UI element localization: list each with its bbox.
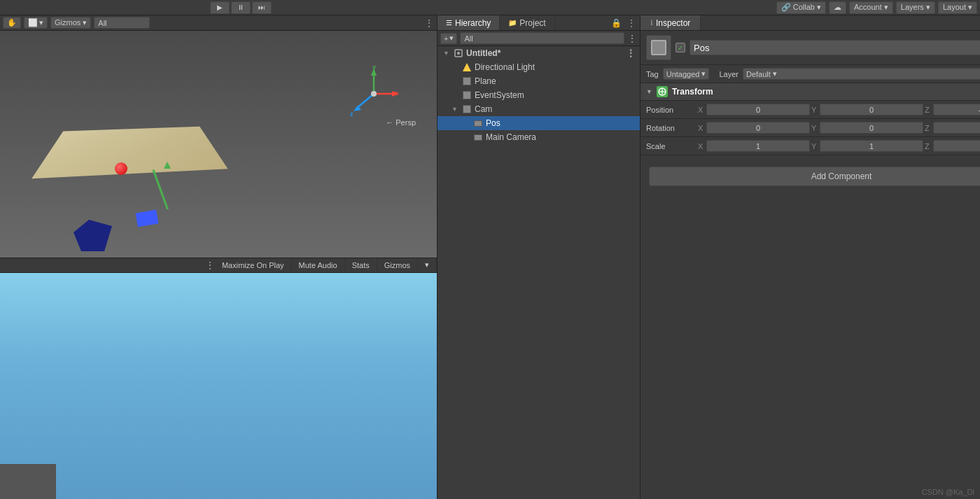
step-button[interactable]: ⏭ xyxy=(252,1,272,14)
tag-chevron-icon: ▾ xyxy=(701,69,706,78)
view-button[interactable]: ⬜ ▾ xyxy=(24,17,48,29)
transform-component-header[interactable]: ▼ Transform ? ⚙ ⋮ xyxy=(640,83,980,101)
hierarchy-item-untitled[interactable]: ▼ Untitled* ⋮ xyxy=(438,46,640,60)
tools-button[interactable]: ✋ xyxy=(3,17,21,29)
position-y-input[interactable] xyxy=(820,104,923,115)
project-tab-icon: 📁 xyxy=(508,19,517,27)
position-x-label: X xyxy=(698,106,705,114)
position-xyz: X Y Z xyxy=(698,104,980,115)
red-ball xyxy=(115,162,127,175)
inspector-info-icon: ℹ xyxy=(650,19,653,27)
mute-audio-button[interactable]: Mute Audio xyxy=(292,258,345,272)
expand-arrow-untitled: ▼ xyxy=(443,50,451,57)
rotation-y-input[interactable] xyxy=(820,122,923,134)
plane-icon xyxy=(461,76,472,87)
scale-x-input[interactable] xyxy=(706,140,810,152)
rotation-xyz: X Y Z xyxy=(698,122,980,134)
panel-tabs: ☰ Hierarchy 📁 Project 🔒 ⋮ xyxy=(438,15,640,31)
hierarchy-item-cam[interactable]: ▼ Cam xyxy=(438,102,640,116)
item-menu-untitled[interactable]: ⋮ xyxy=(626,48,640,59)
hierarchy-item-dirlight[interactable]: Directional Light xyxy=(438,60,640,74)
inspector-content: Static ▾ Tag Untagged ▾ Layer Default ▾ xyxy=(640,31,980,499)
persp-label: ← Persp xyxy=(386,118,416,127)
hierarchy-item-label-maincamera: Main Camera xyxy=(486,132,536,142)
object-preview-icon xyxy=(646,35,671,60)
layer-dropdown[interactable]: Default ▾ xyxy=(743,68,980,80)
hierarchy-item-label-plane: Plane xyxy=(475,76,496,86)
transform-expand-arrow: ▼ xyxy=(646,88,652,95)
hierarchy-item-eventsystem[interactable]: EventSystem xyxy=(438,88,640,102)
hierarchy-item-plane[interactable]: Plane xyxy=(438,74,640,88)
scene-search-input[interactable] xyxy=(94,17,150,29)
scale-y-input[interactable] xyxy=(820,140,923,152)
view-icon: ⬜ xyxy=(28,18,38,27)
tab-inspector[interactable]: ℹ Inspector xyxy=(640,15,701,30)
panel-menu-button[interactable]: ⋮ xyxy=(626,18,637,28)
game-extra-dropdown[interactable]: ▾ xyxy=(418,258,437,272)
game-viewport xyxy=(0,273,437,500)
stats-button[interactable]: Stats xyxy=(345,258,377,272)
rotation-z-input[interactable] xyxy=(933,122,980,134)
scale-y-label: Y xyxy=(811,142,818,150)
transform-rotation-row: Rotation X Y Z xyxy=(640,119,980,137)
scene-viewport[interactable]: y x z ← Persp xyxy=(0,31,437,258)
position-x-input[interactable] xyxy=(706,104,810,115)
scene-options-button[interactable]: ⋮ xyxy=(424,17,434,29)
scene-toolbar: ✋ ⬜ ▾ Gizmos ▾ ⋮ xyxy=(0,15,437,31)
cam-icon xyxy=(461,104,472,115)
enable-checkbox[interactable] xyxy=(676,43,685,52)
position-z-label: Z xyxy=(925,106,932,114)
hierarchy-content: ▼ Untitled* ⋮ Directional Light xyxy=(438,46,640,499)
pos-cam-icon xyxy=(472,118,484,129)
add-hierarchy-button[interactable]: + ▾ xyxy=(440,33,457,44)
lock-panel-button[interactable]: 🔒 xyxy=(610,18,623,28)
position-label: Position xyxy=(646,106,695,114)
tab-project[interactable]: 📁 Project xyxy=(500,15,554,30)
axis-gizmo[interactable]: y x z xyxy=(346,66,402,122)
play-button[interactable]: ▶ xyxy=(210,1,230,14)
add-component-button[interactable]: Add Component xyxy=(649,167,980,186)
add-dropdown-icon: ▾ xyxy=(449,34,454,43)
play-controls: ▶ ⏸ ⏭ xyxy=(0,1,272,14)
cloud-button[interactable]: ☁ xyxy=(829,1,846,14)
hierarchy-item-label-eventsystem: EventSystem xyxy=(475,90,524,100)
cloud-icon: ☁ xyxy=(834,3,841,12)
hierarchy-panel: ☰ Hierarchy 📁 Project 🔒 ⋮ + ▾ ⋮ xyxy=(438,15,640,499)
hierarchy-search-input[interactable] xyxy=(460,32,624,44)
rotation-y-label: Y xyxy=(811,124,818,132)
inspector-panel: ℹ Inspector 🔒 ⋮ Static ▾ xyxy=(640,15,980,499)
top-right-controls: 🔗 Collab ▾ ☁ Account ▾ Layers ▾ Layout ▾ xyxy=(776,1,980,14)
scale-xyz: X Y Z xyxy=(698,140,980,152)
gizmos-game-button[interactable]: Gizmos xyxy=(377,258,418,272)
maximize-on-play-button[interactable]: Maximize On Play xyxy=(215,258,292,272)
position-z-input[interactable] xyxy=(933,104,980,115)
add-icon: + xyxy=(444,34,448,43)
tab-hierarchy[interactable]: ☰ Hierarchy xyxy=(438,15,500,30)
hierarchy-dots-button[interactable]: ⋮ xyxy=(627,33,637,44)
inspector-object-header: Static ▾ xyxy=(640,31,980,65)
transform-icon xyxy=(657,86,668,97)
layers-dropdown[interactable]: Layers ▾ xyxy=(896,1,935,14)
tag-dropdown[interactable]: Untagged ▾ xyxy=(663,68,710,80)
object-name-field[interactable] xyxy=(690,40,980,55)
scale-z-label: Z xyxy=(925,142,932,150)
pause-button[interactable]: ⏸ xyxy=(231,1,251,14)
layout-dropdown[interactable]: Layout ▾ xyxy=(938,1,977,14)
scale-z-input[interactable] xyxy=(933,140,980,152)
rotation-x-input[interactable] xyxy=(706,122,810,134)
game-options-button[interactable]: ⋮ xyxy=(202,260,215,271)
account-dropdown[interactable]: Account ▾ xyxy=(849,1,893,14)
eventsystem-icon xyxy=(461,90,472,101)
svg-text:y: y xyxy=(372,66,376,71)
hierarchy-item-maincamera[interactable]: Main Camera xyxy=(438,130,640,144)
hierarchy-item-pos[interactable]: Pos xyxy=(438,116,640,130)
collab-dropdown[interactable]: 🔗 Collab ▾ xyxy=(776,1,826,14)
gizmos-dropdown[interactable]: Gizmos ▾ xyxy=(50,17,91,29)
layer-label: Layer xyxy=(719,70,738,78)
rotation-z-label: Z xyxy=(925,124,932,132)
svg-point-9 xyxy=(371,91,377,97)
svg-text:z: z xyxy=(350,111,354,118)
maincamera-icon xyxy=(472,132,484,143)
scene-icon xyxy=(453,48,464,59)
svg-text:x: x xyxy=(395,90,398,97)
